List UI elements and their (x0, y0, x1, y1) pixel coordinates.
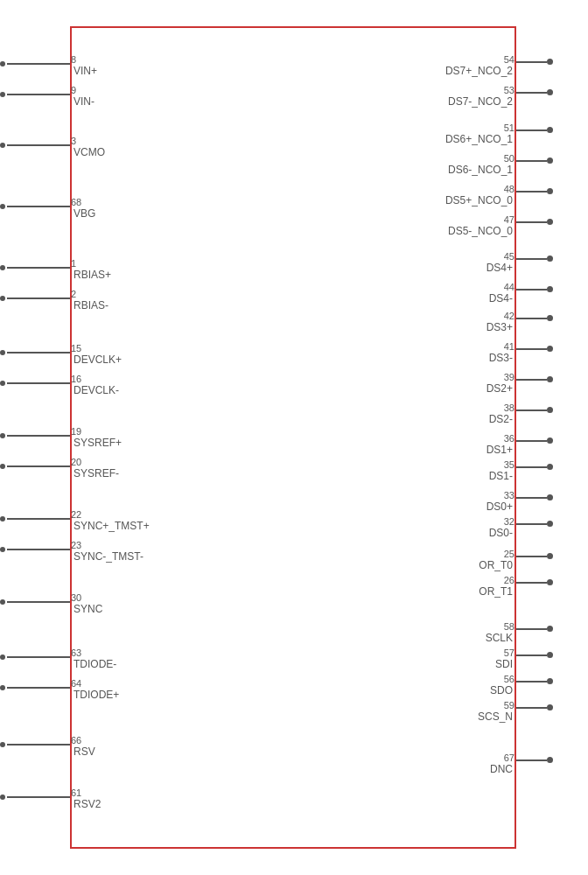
pin-left-row (0, 654, 70, 660)
pin-label: TDIODE+ (74, 689, 119, 701)
pin-line (516, 466, 547, 468)
pin-line (7, 144, 70, 146)
pin-number: 48 (504, 184, 514, 194)
pin-line (516, 61, 547, 63)
pin-number: 50 (504, 153, 514, 164)
pin-line (516, 160, 547, 162)
pin-number: 19 (71, 426, 81, 437)
pin-line (7, 94, 70, 95)
pin-line (516, 191, 547, 192)
pin-label: DS7-_NCO_2 (448, 95, 513, 108)
pin-line (516, 582, 547, 584)
pin-line (516, 440, 547, 442)
pin-line (516, 318, 547, 319)
pin-label: OR_T1 (479, 585, 513, 598)
pin-label: SYNC (74, 603, 102, 615)
pin-dot (547, 127, 553, 133)
pin-label: DS1- (489, 470, 513, 482)
pin-number: 68 (71, 197, 81, 207)
pin-line (516, 289, 547, 290)
pin-left-row (0, 296, 70, 301)
pin-number: 9 (71, 85, 76, 95)
pin-line (7, 382, 70, 384)
pin-number: 63 (71, 648, 81, 658)
pin-dot (547, 286, 553, 292)
pin-line (516, 523, 547, 525)
pin-number: 35 (504, 459, 514, 470)
pin-dot (0, 742, 5, 747)
pin-label: DS4+ (486, 262, 513, 274)
pin-line (7, 466, 70, 467)
pin-left-row (0, 547, 70, 552)
pin-line (516, 707, 547, 709)
pin-label: VIN- (74, 95, 94, 108)
pin-number: 22 (71, 509, 81, 520)
pin-dot (0, 547, 5, 552)
pin-line (7, 518, 70, 520)
pin-line (7, 796, 70, 798)
pin-left-row (0, 265, 70, 270)
pin-line (7, 435, 70, 437)
pin-label: DS6+_NCO_1 (445, 133, 513, 145)
pin-left-row (0, 92, 70, 97)
pin-line (516, 348, 547, 350)
pin-number: 3 (71, 136, 76, 146)
pin-label: DS1+ (486, 444, 513, 456)
pin-left-row (0, 742, 70, 747)
pin-left-row (0, 61, 70, 66)
pin-line (516, 760, 547, 761)
pin-line (516, 556, 547, 557)
pin-number: 67 (504, 752, 514, 763)
pin-number: 25 (504, 549, 514, 559)
pin-label: RBIAS+ (74, 269, 111, 281)
pin-label: RBIAS- (74, 299, 108, 312)
pin-dot (547, 188, 553, 194)
pin-label: RSV2 (74, 798, 101, 810)
pin-number: 38 (504, 402, 514, 413)
pin-dot (547, 219, 553, 225)
pin-left-row (0, 685, 70, 690)
pin-line (516, 258, 547, 260)
pin-dot (547, 438, 553, 444)
pin-number: 41 (504, 341, 514, 352)
pin-dot (547, 521, 553, 527)
pin-line (7, 267, 70, 269)
pin-dot (0, 92, 5, 97)
pin-label: SYNC+_TMST+ (74, 520, 150, 532)
pin-number: 8 (71, 54, 76, 65)
pin-dot (547, 553, 553, 559)
pin-number: 44 (504, 282, 514, 292)
pin-left-row (0, 516, 70, 522)
pin-number: 16 (71, 374, 81, 384)
pin-label: DS5+_NCO_0 (445, 194, 513, 206)
pin-dot (547, 579, 553, 585)
pin-label: DS5-_NCO_0 (448, 225, 513, 237)
pin-left-row (0, 599, 70, 605)
pin-left-row (0, 464, 70, 469)
pin-dot (547, 256, 553, 262)
pin-dot (547, 89, 553, 95)
pin-number: 58 (504, 621, 514, 632)
pin-label: VCMO (74, 146, 105, 158)
pin-dot (0, 350, 5, 355)
pin-dot (547, 464, 553, 470)
pin-number: 32 (504, 516, 514, 527)
pin-number: 42 (504, 311, 514, 321)
pin-line (516, 410, 547, 411)
pin-dot (547, 652, 553, 658)
pin-dot (547, 678, 553, 684)
pin-line (516, 628, 547, 630)
pin-line (7, 744, 70, 746)
pin-number: 36 (504, 433, 514, 444)
pin-label: TDIODE- (74, 658, 116, 670)
pin-label: SDI (495, 658, 513, 670)
pin-line (7, 352, 70, 354)
pin-line (516, 130, 547, 131)
pin-dot (0, 61, 5, 66)
pin-dot (547, 59, 553, 65)
pin-dot (0, 685, 5, 690)
pin-number: 47 (504, 214, 514, 225)
pin-label: RSV (74, 746, 95, 758)
pin-number: 66 (71, 735, 81, 746)
pin-label: DS2+ (486, 382, 513, 395)
